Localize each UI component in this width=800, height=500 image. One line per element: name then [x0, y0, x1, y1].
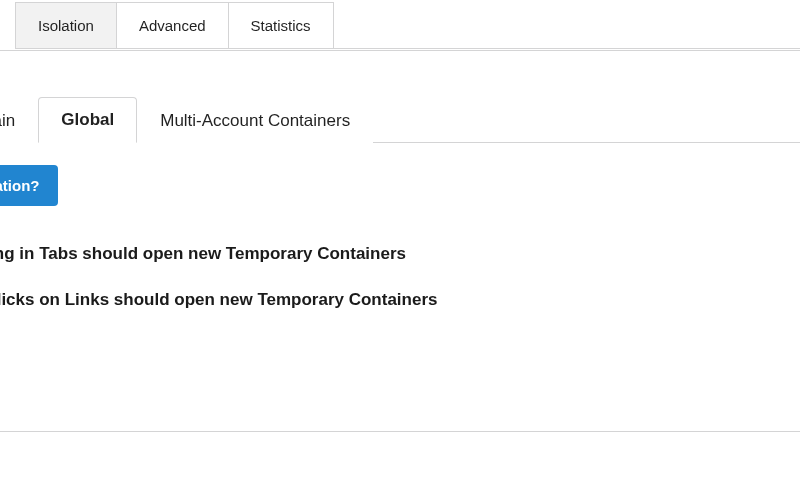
- setting-label: ouse Clicks on Links should open new Tem…: [0, 284, 800, 316]
- settings-list: avigating in Tabs should open new Tempor…: [0, 238, 800, 316]
- subtab-multi-account-containers[interactable]: Multi-Account Containers: [137, 98, 373, 143]
- setting-navigating-in-tabs[interactable]: avigating in Tabs should open new Tempor…: [0, 238, 800, 270]
- subtab-per-domain[interactable]: omain: [0, 98, 38, 143]
- tab-statistics[interactable]: Statistics: [228, 2, 334, 48]
- isolation-subtabs: omain Global Multi-Account Containers: [0, 96, 800, 143]
- main-tabs: Isolation Advanced Statistics: [15, 2, 800, 49]
- setting-mouse-clicks-on-links[interactable]: ouse Clicks on Links should open new Tem…: [0, 284, 800, 316]
- subtab-global[interactable]: Global: [38, 97, 137, 143]
- tab-isolation[interactable]: Isolation: [15, 2, 117, 48]
- setting-label: avigating in Tabs should open new Tempor…: [0, 238, 800, 270]
- divider: [0, 431, 800, 432]
- global-isolation-help-button[interactable]: al Isolation?: [0, 165, 58, 206]
- tab-advanced[interactable]: Advanced: [116, 2, 229, 48]
